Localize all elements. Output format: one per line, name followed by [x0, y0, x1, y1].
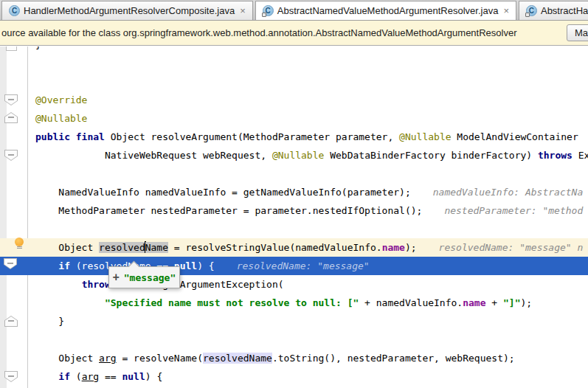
code-token: ) { [197, 260, 214, 271]
code-line[interactable]: throw new IllegalArgumentException( [0, 275, 588, 294]
tab-handlermethodargumentresolvercomposite-java[interactable]: CHandlerMethodArgumentResolverComposite.… [1, 1, 253, 20]
lock-icon [525, 13, 530, 17]
code-token: .toString(), nestedParameter, webRequest… [272, 353, 515, 364]
code-token: WebDataBinderFactory binderFactory) [324, 150, 538, 161]
code-token: + [486, 297, 503, 308]
code-token: null [122, 371, 145, 382]
code-line[interactable]: } [0, 312, 588, 330]
code-token: resolved [99, 242, 145, 253]
code-token: throws [538, 150, 573, 161]
current-line[interactable]: Object resolvedName = resolveStringValue… [0, 238, 588, 257]
debugger-inline-hint: namedValueInfo: AbstractNa [433, 187, 584, 198]
debugger-inline-hint: resolvedName: "message" [237, 260, 370, 271]
code-token: Name [145, 242, 168, 253]
code-line[interactable]: public final Object resolveArgument(Meth… [0, 128, 588, 146]
code-token [35, 260, 58, 271]
code-token: } [35, 46, 41, 50]
fold-marker-close-brace[interactable] [4, 316, 18, 327]
code-token: "]" [503, 297, 520, 308]
code-token: = resolveStringValue(namedValueInfo. [168, 242, 382, 253]
decompiler-banner: ource available for the class org.spring… [0, 20, 588, 46]
tab-abstracthandle[interactable]: CAbstractHandle [519, 1, 588, 20]
code-token: NativeWebRequest webRequest, [35, 150, 272, 161]
code-token: Object resolveArgument(MethodParameter p… [105, 131, 399, 142]
code-token: Exce [573, 150, 588, 161]
code-token: name [382, 242, 405, 253]
code-token: @Nullable [272, 150, 324, 161]
code-line[interactable] [0, 164, 588, 183]
class-locked-icon: C [526, 5, 537, 16]
code-token: name [463, 297, 485, 308]
code-token: @Nullable [399, 131, 451, 142]
debugger-value-text: "message" [124, 272, 176, 283]
code-token: resolvedName [203, 353, 272, 364]
code-token: ModelAndViewContainer [452, 131, 578, 142]
fold-marker-if-block[interactable] [4, 258, 17, 269]
fold-marker-method[interactable] [4, 150, 18, 161]
code-token: } [35, 316, 64, 327]
code-line[interactable] [0, 330, 588, 349]
code-line[interactable]: MethodParameter nestedParameter = parame… [0, 201, 588, 220]
code-line[interactable]: @Nullable [0, 109, 588, 128]
code-line[interactable]: Object arg = resolveName(resolvedName.to… [0, 349, 588, 367]
maven-button[interactable]: Mav [567, 24, 588, 41]
code-token: @Override [35, 94, 87, 105]
code-token: Object [35, 242, 99, 253]
code-line[interactable]: "Specified name must not resolve to null… [0, 294, 588, 312]
code-token: if [58, 371, 70, 382]
code-token [35, 279, 82, 290]
code-token: MethodParameter nestedParameter = parame… [35, 205, 422, 216]
execution-line[interactable]: if (resolvedName == null) {resolvedName:… [0, 257, 588, 275]
code-line[interactable] [0, 72, 588, 91]
code-line[interactable]: } [0, 46, 588, 54]
code-token: Object [35, 353, 99, 364]
close-tab-icon[interactable]: × [503, 5, 509, 16]
code-line[interactable]: @Override [0, 91, 588, 109]
fold-marker-nullable[interactable] [4, 112, 18, 123]
close-tab-icon[interactable]: × [240, 5, 246, 16]
fold-marker-if-arg[interactable] [4, 371, 18, 382]
expand-plus-icon[interactable]: + [113, 271, 120, 284]
editor-tab-bar: CHandlerMethodArgumentResolverComposite.… [0, 0, 588, 20]
tab-label: AbstractHandle [541, 5, 588, 16]
code-line[interactable] [0, 54, 588, 72]
code-token: = resolveName( [117, 353, 203, 364]
fold-marker-override[interactable] [4, 94, 18, 105]
code-token: if [58, 260, 70, 271]
code-token: arg [82, 371, 99, 382]
debugger-inline-hint: resolvedName: "message" n [439, 242, 584, 253]
debugger-value-tooltip[interactable]: + "message" [108, 266, 180, 288]
code-token: ); [520, 297, 532, 308]
code-line[interactable]: NativeWebRequest webRequest, @Nullable W… [0, 146, 588, 164]
code-token: @Nullable [35, 113, 87, 124]
intention-bulb-icon[interactable] [15, 238, 24, 250]
code-token: ); [405, 242, 417, 253]
code-editor[interactable]: }@Override@Nullablepublic final Object r… [0, 46, 588, 388]
code-token: == [99, 371, 122, 382]
code-token [35, 371, 58, 382]
code-token: ) { [145, 371, 162, 382]
code-token: arg [99, 353, 116, 364]
tab-label: HandlerMethodArgumentResolverComposite.j… [24, 5, 235, 16]
code-token: public final [35, 131, 105, 142]
tab-label: AbstractNamedValueMethodArgumentResolver… [277, 5, 499, 16]
ide-window: CHandlerMethodArgumentResolverComposite.… [0, 0, 588, 388]
code-token: + namedValueInfo. [359, 297, 463, 308]
code-line[interactable]: if (arg == null) { [0, 367, 588, 386]
code-token: "Specified name must not resolve to null… [105, 297, 359, 308]
fold-marker-top-partial[interactable] [6, 46, 17, 51]
banner-message: ource available for the class org.spring… [1, 27, 517, 38]
debugger-inline-hint: nestedParameter: "method [444, 205, 583, 216]
class-icon: C [9, 5, 20, 16]
tab-abstractnamedvaluemethodargumentresolver-java[interactable]: CAbstractNamedValueMethodArgumentResolve… [255, 1, 516, 20]
code-token: ( [70, 371, 82, 382]
code-line[interactable]: NamedValueInfo namedValueInfo = getNamed… [0, 183, 588, 201]
class-locked-icon: C [263, 5, 274, 16]
code-token: NamedValueInfo namedValueInfo = getNamed… [35, 187, 411, 198]
code-token [35, 297, 105, 308]
lock-icon [262, 13, 266, 17]
code-line[interactable] [0, 220, 588, 238]
code-lines: }@Override@Nullablepublic final Object r… [0, 46, 588, 386]
